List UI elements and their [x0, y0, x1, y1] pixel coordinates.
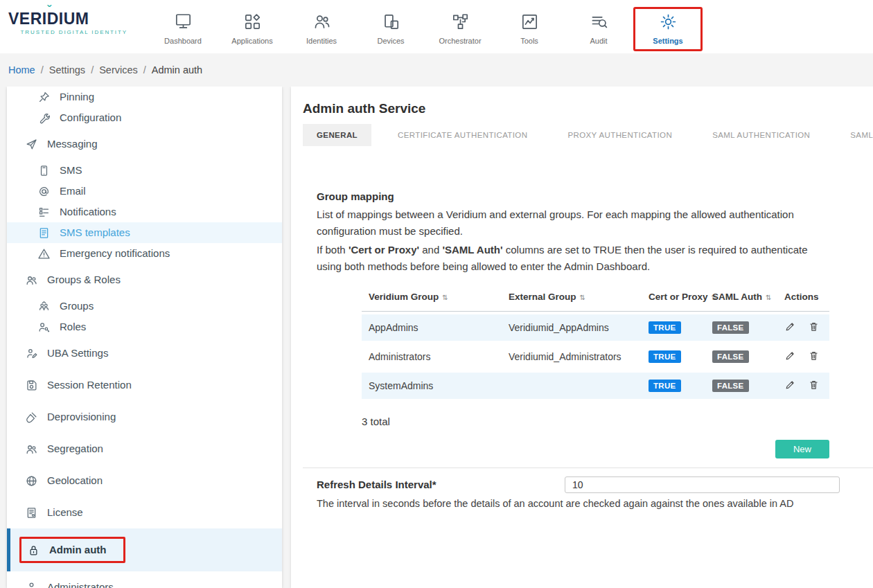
group-mapping-description-1: List of mappings between a Veridium and …	[317, 206, 829, 240]
nav-label: Orchestrator	[439, 37, 481, 45]
sidebar-item-administrators[interactable]: Administrators	[7, 571, 282, 588]
sidebar-item-groups[interactable]: Groups	[7, 296, 282, 317]
top-navbar: VERIDIUMˇ TRUSTED DIGITAL IDENTITY Dashb…	[0, 0, 873, 53]
sidebar-item-admin-auth[interactable]: Admin auth	[7, 528, 282, 571]
column-header-actions: Actions	[777, 287, 829, 312]
sidebar-item-groups-and-roles[interactable]: Groups & Roles	[7, 264, 282, 296]
sidebar-item-emergency-notifications[interactable]: Emergency notifications	[7, 243, 282, 264]
save-icon	[25, 379, 38, 392]
sidebar-item-messaging[interactable]: Messaging	[7, 128, 282, 160]
sidebar-item-label: Emergency notifications	[60, 246, 170, 261]
pencil-icon	[784, 321, 796, 332]
nav-item-applications[interactable]: Applications	[218, 7, 287, 51]
main-navigation: Dashboard Applications Identities Device…	[148, 7, 703, 51]
sidebar-item-notifications[interactable]: Notifications	[7, 202, 282, 222]
at-icon	[37, 185, 51, 198]
sms-icon	[37, 164, 51, 177]
refresh-interval-input[interactable]	[565, 476, 840, 493]
nav-item-identities[interactable]: Identities	[287, 7, 356, 51]
edit-button[interactable]	[784, 321, 796, 332]
sidebar-item-label: SMS	[60, 163, 82, 178]
nav-label: Settings	[653, 37, 682, 45]
sidebar-item-sms[interactable]: SMS	[7, 160, 282, 181]
delete-button[interactable]	[808, 321, 820, 332]
nav-item-orchestrator[interactable]: Orchestrator	[425, 7, 495, 51]
table-row: AppAdmins Veridiumid_AppAdmins TRUE FALS…	[362, 314, 829, 341]
logo-accent-mark: ˇ	[47, 3, 52, 18]
broom-icon	[25, 411, 38, 424]
main-content: Admin auth Service GENERAL CERTIFICATE A…	[291, 87, 873, 588]
pencil-icon	[784, 379, 796, 391]
sidebar-item-uba-settings[interactable]: UBA Settings	[7, 337, 282, 369]
column-header-saml-auth[interactable]: SAML Auth	[705, 287, 777, 312]
sidebar-item-pinning[interactable]: Pinning	[7, 87, 282, 107]
breadcrumb-services[interactable]: Services	[99, 64, 138, 75]
sidebar-item-session-retention[interactable]: Session Retention	[7, 369, 282, 401]
sidebar-item-geolocation[interactable]: Geolocation	[7, 465, 282, 497]
sidebar-item-label: SMS templates	[60, 225, 130, 240]
sidebar-item-license[interactable]: License	[7, 497, 282, 528]
edit-button[interactable]	[784, 350, 796, 362]
sidebar-item-deprovisioning[interactable]: Deprovisioning	[7, 401, 282, 433]
new-button[interactable]: New	[775, 440, 829, 458]
nav-label: Tools	[520, 37, 538, 45]
nav-item-settings[interactable]: Settings	[633, 7, 703, 51]
sidebar-item-sms-templates[interactable]: SMS templates	[7, 222, 282, 243]
nav-item-dashboard[interactable]: Dashboard	[148, 7, 218, 51]
status-badge-saml-auth: FALSE	[712, 350, 749, 363]
users-icon	[25, 443, 38, 456]
breadcrumb-separator: /	[143, 64, 146, 75]
pencil-icon	[784, 350, 796, 362]
document-icon	[37, 226, 51, 240]
admin-user-icon	[25, 581, 38, 588]
column-header-cert-or-proxy[interactable]: Cert or Proxy	[642, 287, 705, 312]
group-mapping-table-zone: Veridium Group External Group Cert or Pr…	[317, 285, 829, 458]
sidebar-item-label: Deprovisioning	[47, 409, 116, 425]
sidebar-item-configuration[interactable]: Configuration	[7, 107, 282, 128]
status-badge-saml-auth: FALSE	[712, 380, 749, 392]
red-annotation-admin-auth: Admin auth	[19, 537, 125, 563]
tab-saml-key[interactable]: SAML KE	[836, 124, 873, 146]
status-badge-cert-or-proxy: TRUE	[649, 380, 681, 392]
tab-proxy-authentication[interactable]: PROXY AUTHENTICATION	[554, 124, 686, 146]
refresh-interval-label: Refresh Details Interval*	[317, 476, 565, 493]
warning-icon	[37, 247, 51, 260]
sidebar-item-label: Segregation	[47, 441, 103, 456]
column-header-veridium-group[interactable]: Veridium Group	[362, 287, 502, 312]
breadcrumb-current: Admin auth	[152, 64, 202, 75]
sidebar-item-label: Admin auth	[49, 542, 107, 558]
sidebar-item-email[interactable]: Email	[7, 181, 282, 202]
breadcrumb-settings[interactable]: Settings	[49, 64, 85, 75]
sidebar-item-label: Configuration	[60, 110, 121, 125]
nav-item-tools[interactable]: Tools	[495, 7, 564, 51]
cell-veridium-group: SystemAdmins	[362, 373, 502, 399]
breadcrumb-home[interactable]: Home	[8, 64, 35, 75]
table-row: Administrators Veridiumid_Administrators…	[362, 344, 829, 370]
group-mapping-heading: Group mapping	[317, 189, 829, 204]
users-icon	[25, 274, 38, 287]
nav-item-devices[interactable]: Devices	[356, 7, 425, 51]
group-mapping-description-2: If both 'Cert or Proxy' and 'SAML Auth' …	[317, 242, 829, 275]
sidebar-item-segregation[interactable]: Segregation	[7, 433, 282, 465]
tab-saml-authentication[interactable]: SAML AUTHENTICATION	[698, 124, 824, 146]
tab-certificate-authentication[interactable]: CERTIFICATE AUTHENTICATION	[384, 124, 541, 146]
nav-item-audit[interactable]: Audit	[564, 7, 633, 51]
tab-general[interactable]: GENERAL	[303, 124, 371, 146]
sidebar-item-label: Email	[60, 184, 86, 199]
trash-icon	[808, 379, 820, 391]
applications-icon	[242, 12, 263, 32]
settings-sidebar: Pinning Configuration Messaging SMS Emai…	[7, 87, 282, 588]
delete-button[interactable]	[808, 350, 820, 362]
nav-label: Dashboard	[164, 37, 202, 45]
delete-button[interactable]	[808, 379, 820, 391]
refresh-interval-help: The interval in seconds before the detai…	[317, 496, 840, 511]
sidebar-item-label: Administrators	[47, 580, 114, 588]
sidebar-item-label: Notifications	[60, 204, 116, 220]
groups-icon	[37, 300, 51, 313]
page-title: Admin auth Service	[303, 100, 873, 117]
sidebar-item-roles[interactable]: Roles	[7, 317, 282, 337]
devices-icon	[381, 12, 401, 32]
nav-label: Identities	[306, 37, 337, 45]
column-header-external-group[interactable]: External Group	[502, 287, 642, 312]
edit-button[interactable]	[784, 379, 796, 391]
